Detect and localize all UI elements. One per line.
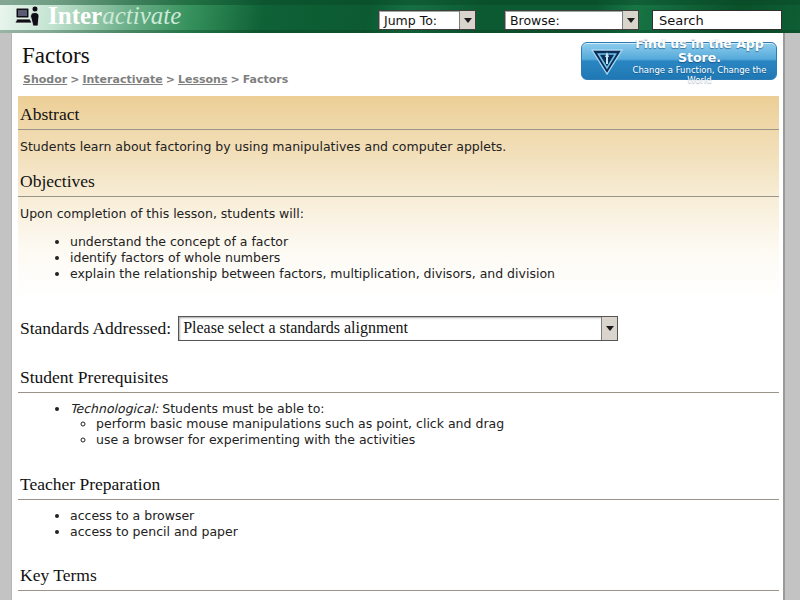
search-input[interactable] bbox=[652, 10, 782, 30]
breadcrumb-separator: > bbox=[70, 73, 79, 86]
jump-to-select[interactable]: Jump To: bbox=[378, 10, 476, 30]
chevron-down-icon bbox=[627, 18, 635, 23]
jump-to-selected-value: Jump To: bbox=[379, 13, 459, 28]
key-terms-heading: Key Terms bbox=[18, 563, 779, 591]
shodor-triangle-icon bbox=[590, 46, 624, 76]
abstract-heading: Abstract bbox=[18, 102, 779, 130]
abstract-section: Abstract Students learn about factoring … bbox=[18, 102, 779, 155]
standards-dropdown-arrow[interactable] bbox=[601, 317, 617, 340]
prerequisite-text: Students must be able to: bbox=[158, 401, 324, 416]
app-store-button[interactable]: Find us in the App Store. Change a Funct… bbox=[581, 42, 777, 80]
app-store-line1: Find us in the App Store. bbox=[629, 37, 770, 65]
teacher-prep-heading: Teacher Preparation bbox=[18, 472, 779, 500]
teacher-prep-item: access to pencil and paper bbox=[70, 525, 779, 540]
key-terms-section: Key Terms division The inverse operation… bbox=[18, 563, 779, 600]
breadcrumb-link-lessons[interactable]: Lessons bbox=[178, 73, 228, 86]
prerequisites-list: Technological: Students must be able to:… bbox=[18, 402, 779, 448]
objectives-heading: Objectives bbox=[18, 169, 779, 197]
browse-dropdown-arrow[interactable] bbox=[622, 11, 638, 29]
jump-to-dropdown-arrow[interactable] bbox=[459, 11, 475, 29]
standards-row: Standards Addressed: Please select a sta… bbox=[20, 316, 779, 341]
chevron-down-icon bbox=[606, 326, 614, 331]
objectives-intro: Upon completion of this lesson, students… bbox=[20, 206, 779, 222]
page-content: Factors Shodor>Interactivate>Lessons>Fac… bbox=[11, 33, 785, 600]
teacher-prep-item: access to a browser bbox=[70, 509, 779, 524]
teacher-prep-list: access to a browser access to pencil and… bbox=[18, 509, 779, 540]
prerequisites-section: Student Prerequisites Technological: Stu… bbox=[18, 365, 779, 448]
prerequisite-item: Technological: Students must be able to:… bbox=[70, 402, 779, 448]
app-store-line2: Change a Function, Change the World bbox=[629, 65, 770, 85]
browse-selected-value: Browse: bbox=[505, 13, 622, 28]
brand-wordmark: Interactivate bbox=[48, 3, 181, 28]
standards-select[interactable]: Please select a standards alignment bbox=[178, 316, 618, 341]
breadcrumb-separator: > bbox=[230, 73, 239, 86]
breadcrumb-link-interactivate[interactable]: Interactivate bbox=[82, 73, 162, 86]
chevron-down-icon bbox=[464, 18, 472, 23]
header-nav-controls: Jump To: Browse: bbox=[378, 10, 782, 30]
app-store-button-text: Find us in the App Store. Change a Funct… bbox=[629, 37, 770, 85]
prerequisites-heading: Student Prerequisites bbox=[18, 365, 779, 393]
highlight-band: Abstract Students learn about factoring … bbox=[18, 96, 779, 300]
teacher-prep-section: Teacher Preparation access to a browser … bbox=[18, 472, 779, 540]
breadcrumb-current: Factors bbox=[243, 73, 289, 86]
standards-selected-value: Please select a standards alignment bbox=[179, 319, 601, 337]
brand-logo[interactable]: Interactivate bbox=[14, 3, 181, 28]
prerequisites-sublist: perform basic mouse manipulations such a… bbox=[70, 417, 779, 448]
prerequisite-subitem: perform basic mouse manipulations such a… bbox=[96, 417, 779, 432]
site-header: Interactivate Jump To: Browse: bbox=[0, 0, 800, 33]
abstract-text: Students learn about factoring by using … bbox=[20, 139, 779, 155]
objectives-list: understand the concept of a factor ident… bbox=[18, 235, 779, 281]
objective-item: explain the relationship between factors… bbox=[70, 267, 779, 282]
breadcrumb-link-shodor[interactable]: Shodor bbox=[23, 73, 67, 86]
browse-select[interactable]: Browse: bbox=[504, 10, 639, 30]
standards-label: Standards Addressed: bbox=[20, 318, 171, 339]
computer-user-icon bbox=[14, 4, 42, 28]
objective-item: identify factors of whole numbers bbox=[70, 251, 779, 266]
prerequisite-category: Technological: bbox=[70, 401, 158, 416]
prerequisite-subitem: use a browser for experimenting with the… bbox=[96, 433, 779, 448]
breadcrumb-separator: > bbox=[166, 73, 175, 86]
objectives-section: Objectives Upon completion of this lesso… bbox=[18, 169, 779, 282]
objective-item: understand the concept of a factor bbox=[70, 235, 779, 250]
